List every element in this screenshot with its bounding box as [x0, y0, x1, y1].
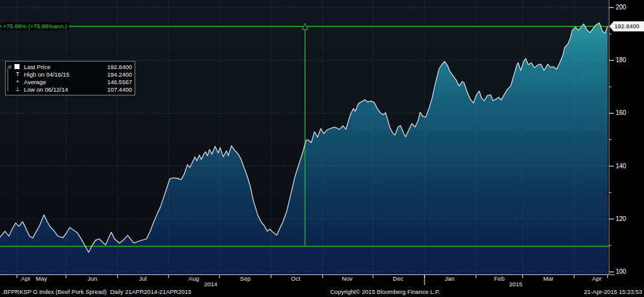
last-price-badge: 192.8400 [609, 21, 644, 31]
y-axis-tick-label: 200 [616, 4, 626, 11]
legend-label: Low on 06/12/14 [24, 86, 107, 93]
footer-bar: .BFPRKSP G Index (Beef Pork Spread) Dail… [0, 287, 644, 297]
last-price-swatch-icon [14, 64, 19, 69]
y-axis-tick-label: 180 [616, 57, 626, 63]
x-axis-month-label: Sep [233, 275, 258, 282]
bloomberg-chart-screen: +75.88% (+75.88%ann.) ⊕ Last Price 192.8… [0, 0, 644, 297]
x-axis-month-label: Nov [335, 275, 360, 282]
legend-label: Last Price [24, 63, 107, 70]
legend-row: ⊥ Low on 06/12/14 107.4400 [8, 85, 132, 93]
y-axis-tick-label: 140 [616, 163, 626, 170]
x-axis-month-label: Jan [437, 275, 462, 282]
legend-row: ⊕ Last Price 192.8400 [8, 63, 132, 70]
legend-label: High on 04/16/15 [24, 71, 107, 78]
measure-change-annotation: +75.88% (+75.88%ann.) [1, 23, 69, 30]
legend-row: T High on 04/16/15 194.2400 [8, 70, 132, 78]
legend-bracket [8, 68, 12, 91]
y-axis-tick-label: 160 [616, 109, 626, 116]
low-marker-icon: ⊥ [14, 86, 21, 92]
high-marker-icon: T [14, 71, 21, 77]
security-description: .BFPRKSP G Index (Beef Pork Spread) Dail… [2, 288, 191, 295]
legend-value: 192.8400 [107, 63, 132, 70]
x-axis-month-label: Jun [80, 275, 105, 282]
copyright-text: Copyright© 2015 Bloomberg Finance L.P. [330, 288, 440, 295]
y-axis-tick-label: 120 [616, 215, 626, 222]
average-marker-icon: + [14, 78, 21, 85]
x-axis-month-label: Jul [130, 275, 155, 282]
timestamp: 21-Apr-2015 15:23:53 [584, 288, 642, 295]
legend-value: 146.5567 [107, 78, 132, 85]
x-axis-month-label: Dec [386, 275, 411, 282]
legend-label: Average [24, 78, 107, 85]
chart-plot-area[interactable] [0, 0, 609, 274]
legend-box[interactable]: ⊕ Last Price 192.8400 T High on 04/16/15… [5, 61, 135, 95]
y-axis-tick-label: 100 [616, 268, 626, 275]
legend-value: 107.4400 [107, 86, 132, 93]
legend-row: + Average 146.5567 [8, 78, 132, 85]
legend-value: 194.2400 [107, 71, 132, 78]
price-chart-svg [0, 0, 609, 274]
x-axis-month-label: Apr [584, 275, 609, 282]
x-axis-month-label: Mar [536, 275, 561, 282]
x-axis-month-label: Oct [283, 275, 308, 282]
x-axis-month-label: May [29, 275, 54, 282]
